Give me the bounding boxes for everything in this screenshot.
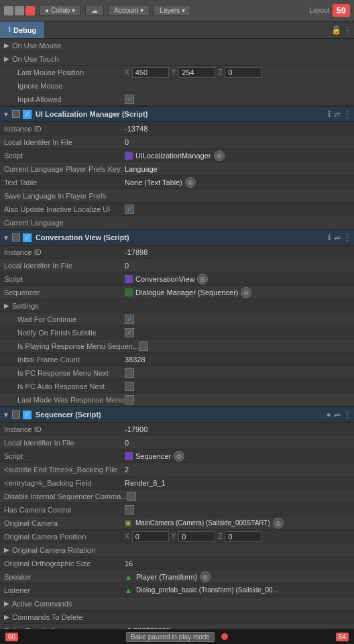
is-playing-response-row: Is Playing Response Menu Sequen... <box>0 339 354 353</box>
x-input[interactable] <box>132 67 169 78</box>
seq-x-input[interactable] <box>132 531 169 542</box>
seq-orig-cam-rot-arrow: ▶ <box>4 546 9 553</box>
conv-instance-id-label: Instance ID <box>4 248 125 256</box>
conversation-enable-check[interactable]: ✓ <box>23 233 32 242</box>
also-update-checkbox[interactable]: ✓ <box>125 205 134 214</box>
conv-script-circle-btn[interactable]: ◎ <box>197 274 208 284</box>
seq-original-camera-value-container: ▣ MainCamera (Camera) (Sailside_000START… <box>125 518 350 529</box>
input-allowed-checkbox[interactable]: ✓ <box>125 95 134 104</box>
seq-listener-label: Listener <box>4 586 125 594</box>
conversation-view-header[interactable]: ▼ ✓ Conversation View (Script) ℹ ⇌ ⋮ <box>0 229 354 246</box>
window-controls[interactable] <box>4 6 35 15</box>
notify-on-finish-checkbox[interactable]: ✓ <box>125 328 134 337</box>
initial-frame-count-label: Initial Frame Count <box>4 356 125 364</box>
current-language-label: Current Language <box>4 219 125 227</box>
z-input[interactable] <box>225 67 261 78</box>
seq-has-camera-checkbox[interactable] <box>125 505 134 515</box>
sequencer-enable-check[interactable]: ✓ <box>23 411 32 419</box>
account-button[interactable]: Account ▾ <box>108 5 150 16</box>
on-use-mouse-row: ▶ On Use Mouse <box>0 39 354 52</box>
status-center: Bake paused in play mode <box>126 632 228 642</box>
on-use-touch-label: On Use Touch <box>12 55 133 63</box>
left-status-badge: 60 <box>5 633 18 641</box>
ui-localization-enable-check[interactable]: ✓ <box>23 110 32 119</box>
conv-settings-icon[interactable]: ⇌ <box>334 233 341 242</box>
conv-settings-label: Settings <box>12 302 133 310</box>
tab-bar: ℹ Debug 🔒 ⋮ <box>0 21 354 39</box>
seq-disable-internal-row: Disable Internal Sequencer Comma... <box>0 490 354 503</box>
script-icon <box>125 152 133 160</box>
seq-script-circle-btn[interactable]: ◎ <box>174 451 184 462</box>
ui-localization-header[interactable]: ▼ ✓ UI Localization Manager (Script) ℹ ⇌… <box>0 106 354 122</box>
current-lang-key-row: Current Language Player Prefs Key Langua… <box>0 162 354 176</box>
seq-subtitle-end-label: <subtitle End Time>k_Backing File <box>4 466 125 474</box>
conv-lock <box>12 233 20 241</box>
text-table-value-container: None (Text Table) ◎ <box>125 177 350 188</box>
sequencer-header[interactable]: ▼ ✓ Sequencer (Script) ● ⇌ ⋮ <box>0 407 354 423</box>
ui-loc-script-circle-btn[interactable]: ◎ <box>214 150 225 161</box>
seq-speaker-circle-btn[interactable]: ◎ <box>200 572 211 582</box>
is-pc-auto-response-checkbox[interactable] <box>125 382 134 391</box>
is-pc-response-checkbox[interactable] <box>125 368 134 378</box>
seq-orig-cam-rot-row: ▶ Original Camera Rotation <box>0 543 354 557</box>
tab-debug[interactable]: ℹ Debug <box>0 21 44 38</box>
settings-icon[interactable]: ⇌ <box>334 109 341 119</box>
is-playing-response-checkbox[interactable] <box>139 341 148 351</box>
status-bar: 60 Bake paused in play mode 64 <box>0 629 354 644</box>
conversation-toggle: ▼ <box>3 234 9 241</box>
sequencer-icons: ● ⇌ ⋮ <box>327 410 351 419</box>
seq-commands-delete-label: Commands To Delete <box>12 613 133 621</box>
seq-subtitle-end-row: <subtitle End Time>k_Backing File 2 <box>0 463 354 476</box>
seq-listener-row: Listener ▲ Dialog_prefab_basic (Transfor… <box>0 584 354 597</box>
current-language-row: Current Language <box>0 216 354 229</box>
collab-button[interactable]: ● Collab ▾ <box>39 5 81 16</box>
conv-sequencer-circle-btn[interactable]: ◎ <box>241 287 251 298</box>
seq-subtitle-end-value: 2 <box>125 466 350 474</box>
seq-z-input[interactable] <box>225 531 261 542</box>
conv-script-value: ConversationView <box>135 275 194 283</box>
seq-settings-icon[interactable]: ⇌ <box>334 410 341 419</box>
seq-disable-internal-checkbox[interactable] <box>127 492 136 501</box>
layers-button[interactable]: Layers ▾ <box>154 5 191 16</box>
info-icon[interactable]: ℹ <box>328 109 331 119</box>
seq-camera-circle-btn[interactable]: ◎ <box>273 518 284 529</box>
seq-more-icon[interactable]: ⋮ <box>343 410 351 419</box>
seq-speaker-row: Speaker ▲ Player (Transform) ◎ <box>0 570 354 584</box>
conv-sequencer-row: Sequencer Dialogue Manager (Sequencer) ◎ <box>0 286 354 299</box>
conv-local-id-label: Local Identifer In File <box>4 262 125 270</box>
seq-script-label: Script <box>4 452 125 460</box>
y-input[interactable] <box>178 67 215 78</box>
seq-has-camera-row: Has Camera Control <box>0 503 354 517</box>
seq-speaker-label: Speaker <box>4 573 125 581</box>
close-button[interactable] <box>25 6 35 15</box>
conv-sequencer-value: Dialogue Manager (Sequencer) <box>135 288 238 297</box>
conv-info-icon[interactable]: ℹ <box>328 233 331 242</box>
seq-y-label: Y <box>172 533 176 540</box>
more-icon[interactable]: ⋮ <box>343 109 351 119</box>
maximize-button[interactable] <box>15 6 24 15</box>
seq-xyz-inputs: X Y Z <box>125 531 350 542</box>
last-mode-response-checkbox[interactable] <box>125 395 134 405</box>
speaker-icon: ▲ <box>125 573 132 581</box>
minimize-button[interactable] <box>4 6 13 15</box>
seq-listener-value: Dialog_prefab_basic (Transform) (Sailsid… <box>136 586 278 594</box>
seq-info-icon[interactable]: ● <box>327 410 331 419</box>
wait-for-continue-checkbox[interactable]: ✓ <box>125 315 134 324</box>
text-table-circle-btn[interactable]: ◎ <box>185 177 196 188</box>
initial-frame-count-value: 38328 <box>125 356 350 364</box>
input-allowed-label: Input Allowed <box>4 95 125 103</box>
seq-y-input[interactable] <box>178 531 215 542</box>
collab-icon: ● <box>45 7 49 14</box>
conv-more-icon[interactable]: ⋮ <box>343 233 351 242</box>
main-content: ▶ On Use Mouse ▶ On Use Touch Last Mouse… <box>0 39 354 629</box>
seq-speaker-value-container: ▲ Player (Transform) ◎ <box>125 572 350 582</box>
ui-loc-script-value-container: UILocalizationManager ◎ <box>125 150 350 161</box>
bake-button[interactable]: Bake paused in play mode <box>126 632 215 642</box>
cloud-button[interactable]: ☁ <box>85 5 104 16</box>
seq-local-id-value: 0 <box>125 439 350 447</box>
wait-for-continue-label: Wait For Continue <box>4 315 125 323</box>
ui-loc-instance-id-row: Instance ID -13748 <box>0 122 354 136</box>
ui-loc-local-id-label: Local Identifer In File <box>4 138 125 146</box>
camera-icon: ▣ <box>125 519 131 527</box>
text-table-value: None (Text Table) <box>125 178 182 186</box>
